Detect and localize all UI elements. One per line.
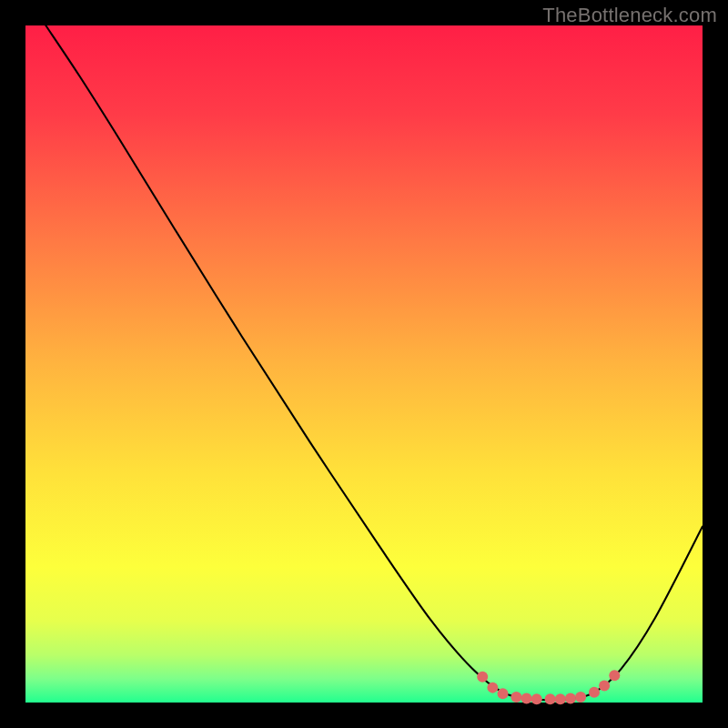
marker-dot bbox=[599, 680, 610, 691]
plot-background bbox=[25, 25, 703, 703]
marker-dot bbox=[511, 692, 521, 703]
marker-dot bbox=[545, 693, 556, 704]
marker-dot bbox=[531, 693, 542, 704]
chart-container: { "watermark": "TheBottleneck.com", "cha… bbox=[0, 0, 728, 728]
marker-dot bbox=[477, 672, 488, 682]
marker-dot bbox=[555, 693, 566, 704]
marker-dot bbox=[575, 692, 586, 703]
marker-dot bbox=[609, 670, 620, 681]
marker-dot bbox=[565, 693, 576, 704]
chart-svg bbox=[0, 0, 728, 728]
marker-dot bbox=[521, 693, 532, 704]
marker-dot bbox=[498, 688, 509, 699]
marker-dot bbox=[487, 682, 498, 693]
watermark-text: TheBottleneck.com bbox=[542, 4, 717, 27]
marker-dot bbox=[589, 687, 600, 698]
